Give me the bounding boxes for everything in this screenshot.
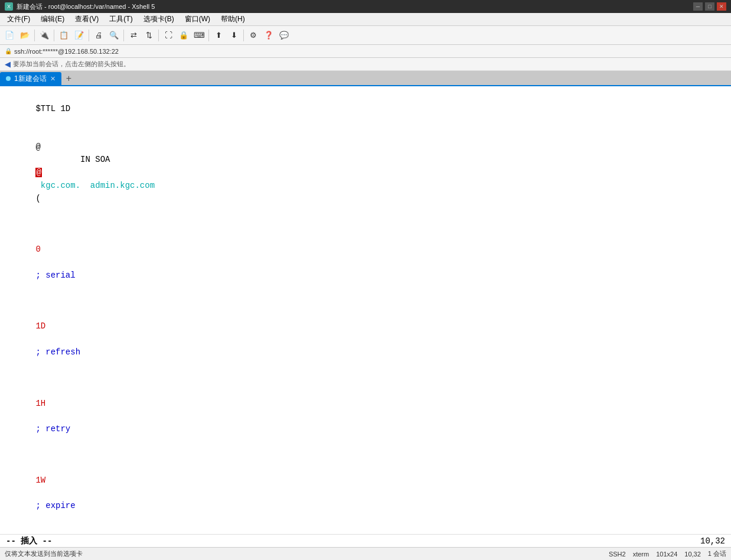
terminal-line-serial: 0 ; serial <box>6 218 725 295</box>
address-bar: 🔒 ssh://root:******@192.168.50.132:22 <box>0 45 731 58</box>
add-tab-button[interactable]: + <box>63 72 75 85</box>
app-icon: X <box>5 2 13 11</box>
toolbar-separator-2 <box>54 30 54 41</box>
minimize-button[interactable]: ─ <box>693 2 703 11</box>
arrow-icon: ◀ <box>5 60 11 69</box>
fullscreen-button[interactable]: ⛶ <box>161 28 175 43</box>
msg-button[interactable]: 💬 <box>277 28 291 43</box>
ssh-version: SSH2 <box>609 551 626 558</box>
tab-label: 1新建会话 <box>14 74 47 84</box>
lock-button[interactable]: 🔒 <box>177 28 191 43</box>
term-type: xterm <box>633 551 650 558</box>
up-button[interactable]: ⬆ <box>211 28 226 43</box>
status-right: SSH2 xterm 101x24 10,32 1 会话 <box>609 549 726 558</box>
vim-mode-bar: -- 插入 -- 10,32 <box>0 534 731 547</box>
close-button[interactable]: ✕ <box>717 2 726 11</box>
help-button[interactable]: ❓ <box>262 28 276 43</box>
open-button[interactable]: 📂 <box>18 28 32 43</box>
title-bar: X 新建会话 - root@localhost:/var/named - Xsh… <box>0 0 731 13</box>
terminal-line-minimum: 3H ) ; minimum <box>6 525 725 534</box>
lock-icon: 🔒 <box>5 48 12 54</box>
connect-button[interactable]: 🔌 <box>37 28 51 43</box>
print-button[interactable]: 🖨 <box>92 28 106 43</box>
toolbar-separator-4 <box>123 30 124 41</box>
vim-position: 10,32 <box>700 536 725 546</box>
session-count: 1 会话 <box>708 549 726 558</box>
info-bar: ◀ 要添加当前会话，点击左侧的箭头按钮。 <box>0 58 731 71</box>
content-area: $TTL 1D @ IN SOA @ kgc.com. admin.kgc.co… <box>0 86 731 560</box>
send-text-label: 仅将文本发送到当前选项卡 <box>5 549 83 558</box>
tab-bar: 1新建会话 ✕ + <box>0 71 731 86</box>
terminal-line-soa: @ IN SOA @ kgc.com. admin.kgc.com ( <box>6 128 725 218</box>
menu-tools[interactable]: 工具(T) <box>105 13 137 25</box>
toolbar-separator-6 <box>208 30 209 41</box>
soa-circle: @ <box>35 168 41 177</box>
terminal-line-retry: 1H ; retry <box>6 372 725 448</box>
terminal-line-expire: 1W ; expire <box>6 448 725 525</box>
tab-close-button[interactable]: ✕ <box>50 75 56 83</box>
toolbar-separator-5 <box>158 30 159 41</box>
down-button[interactable]: ⬇ <box>227 28 241 43</box>
vim-mode-text: -- 插入 -- <box>6 536 52 546</box>
toolbar-separator-3 <box>89 30 89 41</box>
toolbar-separator-1 <box>34 30 35 41</box>
terminal-line-ttl: $TTL 1D <box>6 90 725 128</box>
window-title: 新建会话 - root@localhost:/var/named - Xshel… <box>17 2 155 11</box>
new-session-button[interactable]: 📄 <box>2 28 17 43</box>
ttl-text: $TTL 1D <box>35 104 70 113</box>
paste-button[interactable]: 📝 <box>72 28 86 43</box>
maximize-button[interactable]: □ <box>705 2 714 11</box>
cursor-pos: 10,32 <box>684 551 701 558</box>
menu-tab[interactable]: 选项卡(B) <box>139 13 179 25</box>
tab-dot <box>6 76 11 81</box>
terminal-line-refresh: 1D ; refresh <box>6 295 725 372</box>
menu-file[interactable]: 文件(F) <box>2 13 35 25</box>
sftp-button[interactable]: ⇅ <box>142 28 156 43</box>
tab-session-1[interactable]: 1新建会话 ✕ <box>0 72 61 85</box>
keyboard-button[interactable]: ⌨ <box>192 28 206 43</box>
send-text-bar: 仅将文本发送到当前选项卡 SSH2 xterm 101x24 10,32 1 会… <box>0 547 731 560</box>
window-controls: ─ □ ✕ <box>693 2 726 11</box>
toolbar-separator-7 <box>243 30 244 41</box>
menu-window[interactable]: 窗口(W) <box>180 13 215 25</box>
toolbar: 📄 📂 🔌 📋 📝 🖨 🔍 ⇄ ⇅ ⛶ 🔒 ⌨ ⬆ ⬇ ⚙ ❓ 💬 <box>0 26 731 45</box>
find-button[interactable]: 🔍 <box>107 28 121 43</box>
menu-bar: 文件(F) 编辑(E) 查看(V) 工具(T) 选项卡(B) 窗口(W) 帮助(… <box>0 13 731 26</box>
menu-edit[interactable]: 编辑(E) <box>36 13 69 25</box>
term-size: 101x24 <box>656 551 677 558</box>
transfer-button[interactable]: ⇄ <box>126 28 141 43</box>
copy-button[interactable]: 📋 <box>57 28 71 43</box>
menu-help[interactable]: 帮助(H) <box>216 13 250 25</box>
info-text: 要添加当前会话，点击左侧的箭头按钮。 <box>13 60 130 69</box>
menu-view[interactable]: 查看(V) <box>70 13 103 25</box>
terminal[interactable]: $TTL 1D @ IN SOA @ kgc.com. admin.kgc.co… <box>0 86 731 534</box>
address-text: ssh://root:******@192.168.50.132:22 <box>14 48 119 55</box>
options-button[interactable]: ⚙ <box>246 28 260 43</box>
